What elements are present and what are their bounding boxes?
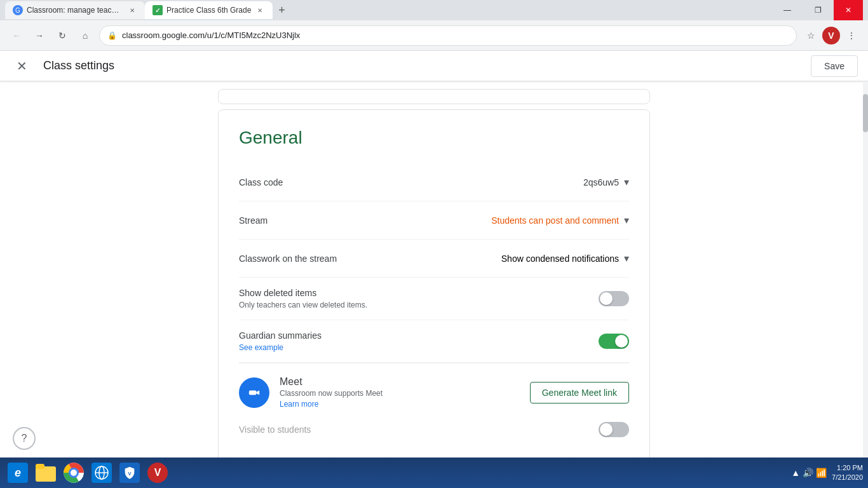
nav-right: ☆ V ⋮	[802, 27, 860, 44]
svg-text:V: V	[128, 471, 132, 477]
meet-info: Meet Classroom now supports Meet Learn m…	[280, 376, 530, 409]
guardian-summaries-row: Guardian summaries See example	[239, 320, 629, 363]
close-window-button[interactable]: ✕	[834, 0, 863, 20]
visible-to-students-toggle-knob	[600, 423, 613, 436]
browser-nav-bar: ← → ↻ ⌂ 🔒 classroom.google.com/u/1/c/MTI…	[0, 20, 868, 51]
tab2-favicon: ✓	[153, 5, 163, 15]
battery-icon: 📶	[816, 468, 827, 478]
svg-text:✓: ✓	[155, 7, 160, 14]
taskbar-time-text: 1:20 PM	[832, 463, 863, 473]
new-tab-button[interactable]: +	[273, 1, 290, 19]
window-controls: — ❐ ✕	[773, 0, 863, 20]
refresh-button[interactable]: ↻	[53, 27, 71, 44]
generate-meet-link-button[interactable]: Generate Meet link	[530, 382, 629, 403]
main-content: General Class code 2qs6uw5 ▾ Stream Stud…	[0, 81, 868, 488]
class-code-dropdown-icon: ▾	[624, 176, 629, 188]
stream-text: Students can post and comment	[491, 215, 619, 226]
vpn-icon: V	[147, 463, 168, 483]
taskbar-date-text: 7/21/2020	[832, 473, 863, 482]
taskbar-shield[interactable]: V	[117, 460, 142, 485]
menu-button[interactable]: ⋮	[843, 27, 860, 44]
browser-title-bar: G Classroom: manage teaching an... ✕ ✓ P…	[0, 0, 868, 20]
lock-icon: 🔒	[107, 31, 117, 40]
help-button[interactable]: ?	[13, 427, 36, 450]
taskbar-system-icons: ▲ 🔊 📶	[791, 468, 827, 478]
tab1-label: Classroom: manage teaching an...	[27, 6, 123, 15]
home-button[interactable]: ⌂	[76, 27, 94, 44]
taskbar-folder[interactable]	[33, 460, 58, 485]
stream-row: Stream Students can post and comment ▾	[239, 201, 629, 240]
tab2-close[interactable]: ✕	[255, 5, 265, 15]
scrollbar-thumb[interactable]	[863, 94, 868, 132]
taskbar-clock: 1:20 PM 7/21/2020	[832, 463, 863, 483]
folder-icon	[36, 464, 56, 482]
classwork-stream-value[interactable]: Show condensed notifications ▾	[501, 252, 629, 264]
show-deleted-sublabel: Only teachers can view deleted items.	[239, 301, 367, 309]
visible-to-students-label: Visible to students	[239, 424, 311, 435]
general-card: General Class code 2qs6uw5 ▾ Stream Stud…	[218, 109, 650, 468]
top-card	[218, 89, 650, 104]
class-code-text: 2qs6uw5	[583, 177, 619, 187]
show-deleted-row: Show deleted items Only teachers can vie…	[239, 278, 629, 320]
taskbar-chrome[interactable]	[61, 460, 86, 485]
globe-icon	[92, 463, 112, 483]
class-code-value[interactable]: 2qs6uw5 ▾	[583, 176, 629, 188]
chrome-icon	[64, 463, 84, 483]
tab2-label: Practice Class 6th Grade	[166, 6, 251, 15]
maximize-button[interactable]: ❐	[803, 0, 832, 20]
show-deleted-toggle-knob	[600, 292, 613, 305]
classwork-stream-dropdown-icon: ▾	[624, 252, 629, 264]
guardian-summaries-toggle[interactable]	[599, 334, 629, 349]
ie-icon: e	[8, 463, 28, 483]
stream-dropdown-icon: ▾	[624, 214, 629, 226]
close-settings-button[interactable]: ✕	[10, 55, 33, 78]
page-title: Class settings	[43, 59, 114, 72]
app-header: ✕ Class settings Save	[0, 51, 868, 81]
address-bar[interactable]: 🔒 classroom.google.com/u/1/c/MTI5Mzc2NzU…	[99, 25, 797, 46]
show-deleted-toggle[interactable]	[599, 291, 629, 306]
browser-tab-2[interactable]: ✓ Practice Class 6th Grade ✕	[145, 1, 273, 19]
visible-to-students-row: Visible to students	[239, 417, 629, 450]
taskbar-globe[interactable]	[89, 460, 114, 485]
taskbar-right: ▲ 🔊 📶 1:20 PM 7/21/2020	[791, 463, 863, 483]
show-deleted-label-block: Show deleted items Only teachers can vie…	[239, 288, 367, 309]
stream-value[interactable]: Students can post and comment ▾	[491, 214, 629, 226]
class-code-row: Class code 2qs6uw5 ▾	[239, 163, 629, 201]
tab1-close[interactable]: ✕	[127, 5, 137, 15]
forward-button[interactable]: →	[31, 27, 48, 44]
meet-subtitle: Classroom now supports Meet	[280, 389, 530, 398]
taskbar: e	[0, 458, 868, 488]
meet-icon	[239, 377, 269, 408]
see-example-link[interactable]: See example	[239, 343, 322, 352]
taskbar-ie[interactable]: e	[5, 460, 31, 485]
address-text: classroom.google.com/u/1/c/MTI5Mzc2NzU3N…	[122, 30, 789, 40]
volume-icon: 🔊	[803, 468, 813, 478]
browser-tab-1[interactable]: G Classroom: manage teaching an... ✕	[5, 1, 145, 19]
network-icon: ▲	[791, 468, 800, 478]
classwork-stream-label: Classwork on the stream	[239, 254, 337, 264]
show-deleted-label: Show deleted items	[239, 288, 367, 298]
svg-point-7	[71, 470, 77, 476]
taskbar-vpn[interactable]: V	[145, 460, 170, 485]
visible-to-students-toggle[interactable]	[599, 422, 629, 437]
star-button[interactable]: ☆	[802, 27, 820, 44]
svg-text:G: G	[15, 7, 20, 14]
guardian-summaries-toggle-knob	[615, 335, 628, 348]
profile-avatar[interactable]: V	[822, 27, 840, 44]
guardian-summaries-label: Guardian summaries	[239, 330, 322, 341]
shield-icon: V	[119, 463, 140, 483]
tabs-bar: G Classroom: manage teaching an... ✕ ✓ P…	[5, 1, 770, 19]
meet-title: Meet	[280, 376, 530, 388]
learn-more-link[interactable]: Learn more	[280, 400, 318, 409]
scrollbar-track[interactable]	[863, 81, 868, 458]
guardian-summaries-label-block: Guardian summaries See example	[239, 330, 322, 352]
classwork-stream-row: Classwork on the stream Show condensed n…	[239, 240, 629, 278]
minimize-button[interactable]: —	[773, 0, 802, 20]
stream-label: Stream	[239, 215, 268, 226]
save-button[interactable]: Save	[811, 55, 858, 77]
classwork-stream-text: Show condensed notifications	[501, 254, 619, 264]
meet-row: Meet Classroom now supports Meet Learn m…	[239, 363, 629, 417]
tab1-favicon: G	[13, 5, 23, 15]
meet-section: Meet Classroom now supports Meet Learn m…	[239, 363, 629, 450]
back-button[interactable]: ←	[8, 27, 25, 44]
